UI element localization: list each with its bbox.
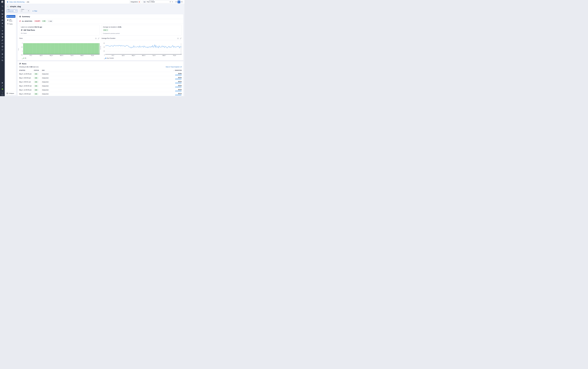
expand-icon[interactable]: [180, 38, 181, 39]
run-bar[interactable]: [74, 43, 75, 54]
table-row[interactable]: May 5, 11:00:00 pmOKmwaa-test16.9s: [19, 72, 182, 76]
run-bar[interactable]: [64, 43, 65, 54]
column-header-status[interactable]: STATUS: [34, 69, 42, 72]
run-bar[interactable]: [85, 43, 86, 54]
ai-sparkle-icon[interactable]: [0, 84, 5, 87]
user-avatar-icon[interactable]: [0, 87, 5, 91]
run-bar[interactable]: [63, 43, 64, 54]
alert-count-badge[interactable]: 2 ALERT: [34, 20, 41, 22]
metrics-icon[interactable]: [0, 12, 5, 15]
run-bar[interactable]: [66, 43, 67, 54]
run-bar[interactable]: [44, 43, 45, 54]
run-bar[interactable]: [68, 43, 69, 54]
breadcrumb-section[interactable]: Data Jobs Monitoring: [10, 1, 24, 3]
run-bar[interactable]: [62, 43, 63, 54]
run-bar[interactable]: [31, 43, 32, 54]
run-bar[interactable]: [52, 43, 53, 54]
run-bar[interactable]: [96, 43, 97, 54]
data-jobs-icon[interactable]: [0, 36, 5, 39]
run-bar[interactable]: [72, 43, 72, 54]
run-bar[interactable]: [70, 43, 71, 54]
ci-icon[interactable]: [0, 39, 5, 42]
run-bar[interactable]: [76, 43, 77, 54]
run-bar[interactable]: [37, 43, 38, 54]
security-shield-icon[interactable]: [0, 45, 5, 48]
gauge-icon[interactable]: [0, 56, 5, 59]
run-bar[interactable]: [41, 43, 42, 54]
run-bar[interactable]: [87, 43, 88, 54]
run-bar[interactable]: [77, 43, 78, 54]
run-bar[interactable]: [32, 43, 33, 54]
run-bar[interactable]: [82, 43, 82, 54]
time-backward-button[interactable]: [175, 0, 177, 3]
help-menu[interactable]: ? Help: [0, 92, 5, 96]
table-row[interactable]: May 2, 9:00:01 amOKmwaa-test16.2s: [19, 80, 182, 84]
monitors-icon[interactable]: [0, 15, 5, 19]
run-bar[interactable]: [40, 43, 41, 54]
run-bar[interactable]: [62, 43, 62, 54]
run-bar[interactable]: [49, 43, 50, 54]
table-row[interactable]: May 3, 2:00:00 pmOKmwaa-test16.1s: [19, 92, 182, 96]
run-bar[interactable]: [91, 43, 92, 54]
run-bar[interactable]: [75, 43, 76, 54]
run-bar[interactable]: [65, 43, 66, 54]
run-bar[interactable]: [34, 43, 35, 54]
run-bar[interactable]: [78, 43, 79, 54]
run-bar[interactable]: [58, 43, 59, 54]
run-bar[interactable]: [84, 43, 85, 54]
run-bar[interactable]: [79, 43, 80, 54]
pin-icon[interactable]: [169, 1, 171, 3]
run-bar[interactable]: [51, 43, 52, 54]
run-bar[interactable]: [89, 43, 90, 54]
time-forward-button[interactable]: [181, 0, 183, 3]
run-bar[interactable]: [33, 43, 34, 54]
runs-legend[interactable]: Ok: [23, 58, 100, 59]
apm-icon[interactable]: [0, 25, 5, 28]
run-bar[interactable]: [59, 43, 60, 54]
tab-tasks[interactable]: Tasks: [6, 23, 15, 25]
run-bar[interactable]: [53, 43, 54, 54]
run-bar[interactable]: [61, 43, 61, 54]
column-header-started[interactable]: STARTED: [19, 69, 34, 72]
run-bar[interactable]: [47, 43, 48, 54]
service-links-icon[interactable]: [0, 42, 5, 45]
add-filter-button[interactable]: + Filter: [32, 10, 37, 12]
run-bar[interactable]: [83, 43, 84, 54]
tab-job-runs[interactable]: Job Runs: [6, 19, 15, 21]
run-bar[interactable]: [43, 43, 44, 54]
status-filter-dropdown[interactable]: Status All: [20, 10, 30, 12]
run-bar[interactable]: [54, 43, 55, 54]
export-icon[interactable]: [177, 38, 179, 39]
run-bar[interactable]: [42, 43, 43, 54]
run-bar[interactable]: [94, 43, 95, 54]
run-bar[interactable]: [60, 43, 61, 54]
software-delivery-icon[interactable]: [0, 48, 5, 51]
table-row[interactable]: May 2, 11:00:00 pmOKmwaa-test16.2s: [19, 88, 182, 92]
run-bar[interactable]: [97, 43, 98, 54]
column-header-duration[interactable]: ↓ DURATION: [166, 69, 182, 72]
run-bar[interactable]: [41, 43, 41, 54]
run-bar[interactable]: [92, 43, 92, 54]
run-bar[interactable]: [45, 43, 46, 54]
column-header-env[interactable]: ENV: [42, 69, 166, 72]
run-bar[interactable]: [93, 43, 94, 54]
run-bar[interactable]: [52, 43, 52, 54]
expand-icon[interactable]: [98, 38, 99, 39]
run-bar[interactable]: [72, 43, 73, 54]
notebooks-icon[interactable]: [0, 22, 5, 25]
run-bar[interactable]: [93, 43, 93, 54]
run-bar[interactable]: [46, 43, 47, 54]
pause-live-button[interactable]: [178, 0, 180, 3]
run-bar[interactable]: [95, 43, 96, 54]
history-icon[interactable]: [0, 9, 5, 12]
run-bar[interactable]: [30, 43, 30, 54]
run-bar[interactable]: [80, 43, 81, 54]
run-bar[interactable]: [29, 43, 30, 54]
cloud-cost-icon[interactable]: [0, 32, 5, 36]
run-bar[interactable]: [23, 43, 24, 54]
run-bar[interactable]: [56, 43, 57, 54]
run-bar[interactable]: [39, 43, 40, 54]
run-bar[interactable]: [35, 43, 36, 54]
run-bar[interactable]: [28, 43, 29, 54]
log-search-icon[interactable]: [0, 59, 5, 62]
